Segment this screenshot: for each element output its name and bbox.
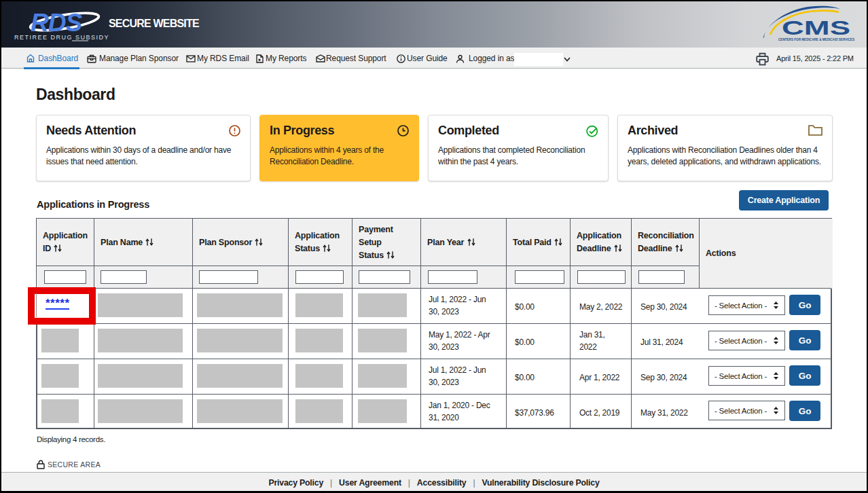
svg-text:CMS: CMS — [782, 16, 850, 39]
svg-text:CENTERS FOR MEDICARE & MEDICAI: CENTERS FOR MEDICARE & MEDICAID SERVICES — [778, 37, 854, 41]
svg-text:RDS: RDS — [31, 9, 82, 37]
svg-text:RETIREE DRUG SUBSIDY: RETIREE DRUG SUBSIDY — [14, 34, 109, 41]
